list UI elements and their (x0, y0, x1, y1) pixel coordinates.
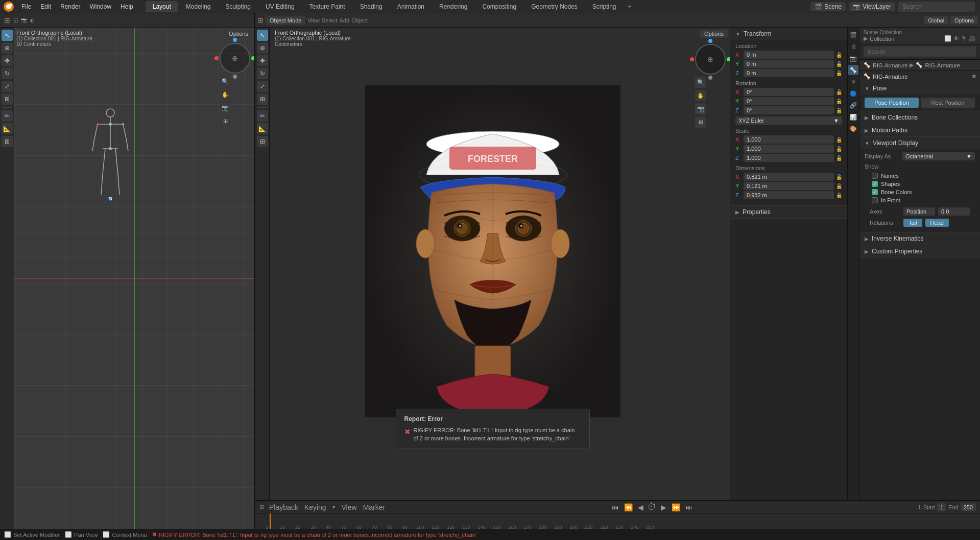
tl-end-btn[interactable]: ⏭ (684, 503, 694, 511)
tool-add[interactable]: ⊞ (2, 136, 13, 147)
center-menu-icon[interactable]: ⊞ (257, 16, 264, 25)
ctool-select[interactable]: ↖ (257, 30, 268, 41)
menu-window[interactable]: Window (85, 2, 115, 12)
props-scene-icon[interactable]: 🎬 (848, 30, 858, 40)
tab-animation[interactable]: Animation (390, 1, 432, 12)
dim-z-val[interactable]: 0.932 m (744, 191, 834, 199)
coll-restrict-4[interactable]: 🎥 (969, 35, 976, 42)
dim-y-lock[interactable]: 🔓 (836, 183, 842, 189)
rig-arm-close[interactable]: ✖ (972, 74, 976, 79)
center-viewport[interactable]: Front Orthographic (Local) (1) Collectio… (255, 28, 730, 500)
menu-file[interactable]: File (17, 2, 35, 12)
ik-header[interactable]: ▶ Inverse Kinematics (859, 232, 980, 245)
tab-modeling[interactable]: Modeling (179, 1, 218, 12)
tail-btn[interactable]: Tail (903, 219, 922, 227)
center-orbit-top[interactable] (708, 39, 712, 43)
dim-x-lock[interactable]: 🔓 (836, 174, 842, 180)
tab-rendering[interactable]: Rendering (432, 1, 474, 12)
shapes-check[interactable] (872, 181, 878, 187)
tl-keying-arrow[interactable]: ▼ (331, 504, 337, 510)
tl-end-val[interactable]: 250 (961, 503, 976, 511)
tool-annotate[interactable]: ✏ (2, 110, 13, 122)
center-object-btn[interactable]: Object (351, 17, 368, 24)
rot-mode-dropdown[interactable]: XYZ Euler ▼ (735, 116, 842, 125)
rig-armature-row[interactable]: 🦴 RIG-Armature ✖ (859, 71, 980, 82)
tl-marker[interactable]: Marker (362, 503, 387, 511)
custom-props-header[interactable]: ▶ Custom Properties (859, 245, 980, 257)
loc-y-val[interactable]: 0 m (744, 60, 834, 68)
center-camera-btn[interactable]: 📷 (695, 103, 706, 114)
tool-measure[interactable]: 📐 (2, 123, 13, 134)
center-add-btn[interactable]: Add (340, 17, 350, 24)
ctool-transform[interactable]: ⊞ (257, 93, 268, 105)
orbit-left[interactable] (214, 56, 219, 60)
tool-rotate[interactable]: ↻ (2, 68, 13, 79)
center-orbit-right[interactable] (727, 57, 730, 61)
tool-transform[interactable]: ⊞ (2, 93, 13, 105)
rot-x-val[interactable]: 0° (744, 88, 834, 96)
center-orbit-widget[interactable]: ⊕ (695, 44, 726, 75)
dim-x-val[interactable]: 0.821 m (744, 173, 834, 181)
global-search-input[interactable] (898, 2, 975, 12)
tl-rewind-btn[interactable]: ◀ (637, 503, 644, 511)
add-workspace-btn[interactable]: + (624, 1, 636, 12)
tool-scale[interactable]: ⤢ (2, 81, 13, 92)
tab-uv-editing[interactable]: UV Editing (258, 1, 302, 12)
scale-z-lock[interactable]: 🔓 (836, 155, 842, 161)
ctool-add[interactable]: ⊞ (257, 136, 268, 147)
object-mode-btn[interactable]: Object Mode (266, 16, 305, 25)
rot-y-val[interactable]: 0° (744, 97, 834, 105)
tl-play-btn[interactable]: ▶ (660, 503, 667, 511)
scale-x-val[interactable]: 1.000 (744, 135, 834, 144)
transform-header[interactable]: ▼ Transform (730, 28, 847, 40)
head-btn[interactable]: Head (925, 219, 949, 227)
grid-btn[interactable]: ⊞ (220, 115, 231, 127)
props-output-icon[interactable]: 🖨 (848, 41, 858, 52)
orbit-bottom[interactable] (233, 75, 237, 79)
props-constraints-icon[interactable]: 🔗 (848, 100, 858, 110)
loc-x-val[interactable]: 0 m (744, 51, 834, 59)
ctool-scale[interactable]: ⤢ (257, 81, 268, 92)
vp-display-header[interactable]: ▼ Viewport Display (859, 137, 980, 149)
tl-start-val[interactable]: 1 (937, 503, 946, 511)
coll-restrict-2[interactable]: 👁 (953, 35, 959, 42)
props-physics-icon[interactable]: 🔵 (848, 88, 858, 99)
orbit-top[interactable] (233, 38, 237, 42)
ctool-measure[interactable]: 📐 (257, 123, 268, 134)
tl-next-btn[interactable]: ⏩ (671, 503, 681, 511)
scale-x-lock[interactable]: 🔓 (836, 137, 842, 143)
pose-position-btn[interactable]: Pose Position (865, 98, 919, 108)
center-view-btn[interactable]: View (307, 17, 320, 24)
properties-header[interactable]: ▶ Properties (730, 206, 847, 218)
tab-shading[interactable]: Shading (353, 1, 390, 12)
menu-edit[interactable]: Edit (36, 2, 55, 12)
left-canvas[interactable]: Front Orthographic (Local) (1) Collectio… (14, 28, 254, 529)
viewlayer-selector[interactable]: 📷 ViewLayer (849, 2, 895, 11)
scene-selector[interactable]: 🎬 Scene (810, 2, 846, 11)
tab-scripting[interactable]: Scripting (585, 1, 624, 12)
tl-prev-btn[interactable]: ⏪ (623, 503, 634, 511)
loc-y-lock[interactable]: 🔓 (836, 61, 842, 67)
coll-restrict-3[interactable]: 🖱 (961, 35, 967, 42)
bone-collections-header[interactable]: ▶ Bone Collections (859, 111, 980, 124)
dim-y-val[interactable]: 0.121 m (744, 182, 834, 190)
orbit-widget[interactable]: ⊕ (220, 43, 250, 74)
coll-restrict-1[interactable]: ⬜ (944, 35, 951, 42)
rot-z-val[interactable]: 0° (744, 106, 834, 114)
names-check[interactable] (872, 173, 878, 179)
loc-x-lock[interactable]: 🔓 (836, 52, 842, 58)
ctool-cursor[interactable]: ⊕ (257, 42, 268, 54)
camera-btn[interactable]: 📷 (220, 102, 231, 113)
global-btn[interactable]: Global (924, 16, 948, 25)
center-orbit-left[interactable] (690, 57, 694, 61)
tool-move[interactable]: ✥ (2, 55, 13, 66)
motion-paths-header[interactable]: ▶ Motion Paths (859, 124, 980, 136)
timeline-ruler[interactable]: 1 10 20 30 40 50 60 70 80 90 100 110 120… (255, 513, 980, 529)
center-grid-btn[interactable]: ⊞ (695, 116, 706, 128)
scale-y-val[interactable]: 1.000 (744, 145, 834, 153)
vp-left-options-btn[interactable]: Options (225, 30, 252, 38)
rest-position-btn[interactable]: Rest Position (921, 98, 975, 108)
display-as-dropdown[interactable]: Octahedral ▼ (902, 152, 975, 160)
rot-z-lock[interactable]: 🔓 (836, 108, 842, 113)
tab-compositing[interactable]: Compositing (475, 1, 523, 12)
